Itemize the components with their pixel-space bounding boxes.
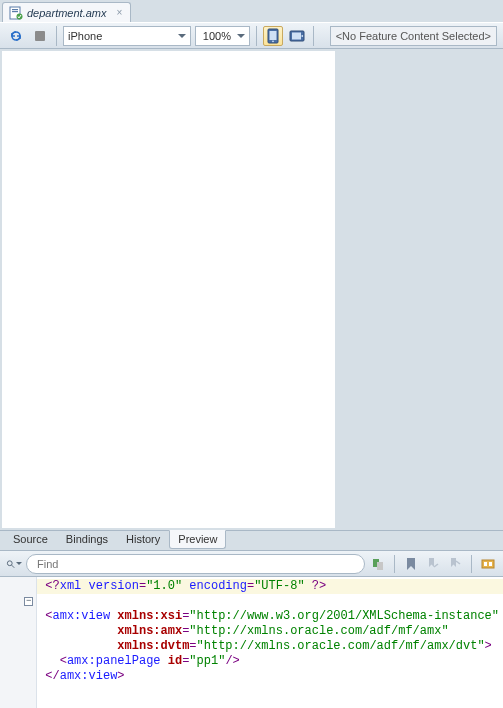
code-token: amx:view: [53, 609, 111, 623]
editor-tab-department[interactable]: department.amx ×: [2, 2, 131, 22]
svg-rect-9: [292, 32, 301, 39]
code-token: "http://xmlns.oracle.com/adf/mf/amx/dvt": [197, 639, 485, 653]
toolbar-separator: [313, 26, 314, 46]
svg-rect-17: [489, 562, 492, 566]
find-input[interactable]: [26, 554, 365, 574]
code-token: "pp1": [189, 654, 225, 668]
code-token: <: [45, 654, 67, 668]
code-token: </: [45, 669, 59, 683]
code-token: >: [117, 669, 124, 683]
prev-bookmark-button[interactable]: [424, 555, 442, 573]
code-token: "http://xmlns.oracle.com/adf/mf/amx": [189, 624, 448, 638]
search-icon[interactable]: [6, 556, 22, 572]
fold-toggle-icon[interactable]: −: [24, 597, 33, 606]
close-icon[interactable]: ×: [114, 8, 124, 18]
svg-rect-14: [377, 562, 383, 570]
code-token: amx:panelPage: [67, 654, 161, 668]
orientation-landscape-button[interactable]: [287, 26, 307, 46]
preview-canvas[interactable]: [2, 51, 335, 528]
toolbar-separator: [471, 555, 472, 573]
code-assist-button[interactable]: [479, 555, 497, 573]
feature-content-dropdown[interactable]: <No Feature Content Selected>: [330, 26, 497, 46]
svg-point-11: [7, 560, 12, 565]
code-token: "http://www.w3.org/2001/XMLSchema-instan…: [189, 609, 499, 623]
chevron-down-icon: [237, 34, 245, 38]
tab-history[interactable]: History: [117, 530, 169, 549]
stop-button[interactable]: [30, 26, 50, 46]
code-token: "1.0": [146, 579, 182, 593]
editor-bottom-tabs: Source Bindings History Preview: [0, 530, 503, 550]
code-token: xmlns:xsi: [110, 609, 182, 623]
code-token: "UTF-8": [254, 579, 304, 593]
toolbar-separator: [394, 555, 395, 573]
svg-point-10: [301, 35, 303, 37]
svg-rect-1: [12, 9, 18, 10]
feature-content-value: <No Feature Content Selected>: [336, 30, 491, 42]
chevron-down-icon: [16, 562, 22, 565]
code-token: xmlns:dvtm: [117, 639, 189, 653]
editor-tabstrip: department.amx ×: [0, 0, 503, 22]
toolbar-separator: [256, 26, 257, 46]
find-toolbar: [0, 551, 503, 577]
code-content[interactable]: <?xml version="1.0" encoding="UTF-8" ?> …: [37, 577, 503, 708]
editor-tab-label: department.amx: [27, 7, 106, 19]
code-token: id: [161, 654, 183, 668]
tab-bindings[interactable]: Bindings: [57, 530, 117, 549]
next-bookmark-button[interactable]: [446, 555, 464, 573]
tab-preview[interactable]: Preview: [169, 530, 226, 549]
code-token: encoding: [182, 579, 247, 593]
svg-rect-2: [12, 11, 18, 12]
preview-toolbar: iPhone 100% <No Feature Content Selected…: [0, 22, 503, 49]
code-token: <?: [45, 579, 59, 593]
orientation-portrait-button[interactable]: [263, 26, 283, 46]
code-editor[interactable]: − <?xml version="1.0" encoding="UTF-8" ?…: [0, 577, 503, 708]
tab-source[interactable]: Source: [4, 530, 57, 549]
code-token: />: [225, 654, 239, 668]
code-gutter: −: [0, 577, 37, 708]
code-token: xmlns:amx: [117, 624, 182, 638]
svg-rect-16: [484, 562, 487, 566]
device-dropdown-value: iPhone: [68, 30, 102, 42]
code-token: =: [189, 639, 196, 653]
source-pane: − <?xml version="1.0" encoding="UTF-8" ?…: [0, 550, 503, 708]
file-icon: [9, 6, 23, 20]
svg-rect-6: [270, 31, 277, 40]
svg-line-12: [12, 565, 15, 568]
refresh-button[interactable]: [6, 26, 26, 46]
toolbar-separator: [56, 26, 57, 46]
preview-gutter: [337, 49, 503, 530]
code-token: >: [485, 639, 492, 653]
code-token: ?>: [305, 579, 327, 593]
preview-area: [0, 49, 503, 530]
insert-mark-button[interactable]: [369, 555, 387, 573]
svg-rect-4: [35, 31, 45, 41]
svg-point-7: [272, 40, 274, 42]
code-token: amx:view: [60, 669, 118, 683]
zoom-dropdown[interactable]: 100%: [195, 26, 250, 46]
code-token: xml version: [60, 579, 139, 593]
code-token: <: [45, 609, 52, 623]
zoom-dropdown-value: 100%: [200, 30, 231, 42]
device-dropdown[interactable]: iPhone: [63, 26, 191, 46]
bookmark-button[interactable]: [402, 555, 420, 573]
svg-rect-15: [482, 560, 494, 568]
chevron-down-icon: [178, 34, 186, 38]
